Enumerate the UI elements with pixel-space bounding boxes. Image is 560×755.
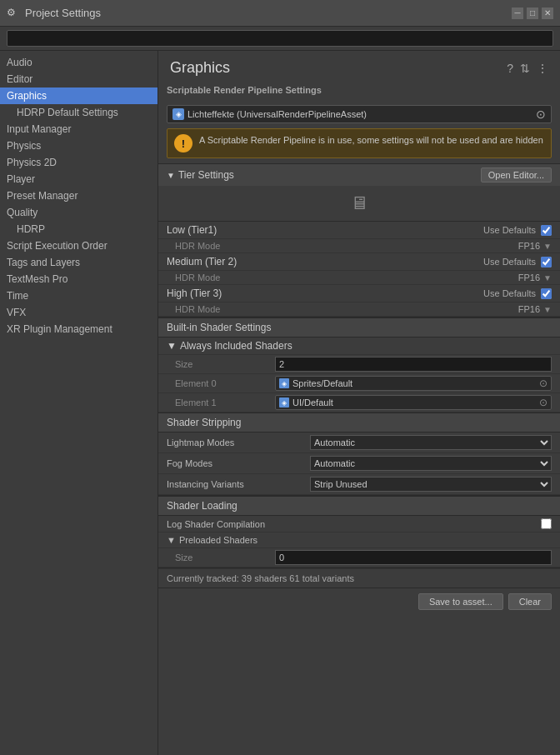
tier-hdr-dropdown-0[interactable]: ▼ [543, 242, 552, 251]
tier-settings-label-group: ▼ Tier Settings [167, 169, 234, 181]
stripping-dropdown-1[interactable]: AutomaticCustomNone [310, 456, 552, 471]
preloaded-text: Preloaded Shaders [179, 535, 258, 545]
preloaded-shaders-row[interactable]: ▼ Preloaded Shaders [158, 532, 560, 548]
tier-row-0: Low (Tier1) Use Defaults [158, 222, 560, 239]
sidebar-item-graphics[interactable]: Graphics [0, 88, 158, 104]
tier-hdr-label-1: HDR Mode [175, 272, 518, 282]
content-area: Graphics ? ⇅ ⋮ Scriptable Render Pipelin… [158, 51, 560, 755]
sidebar-item-player[interactable]: Player [0, 171, 158, 188]
save-to-asset-button[interactable]: Save to asset... [418, 593, 503, 610]
always-included-collapse-icon: ▼ [167, 340, 177, 352]
monitor-area: 🖥 [158, 186, 560, 222]
tier-collapse-icon: ▼ [167, 171, 175, 180]
sidebar-item-input-manager[interactable]: Input Manager [0, 121, 158, 138]
always-included-text: Always Included Shaders [180, 340, 292, 352]
element-row-0: Element 0 ◈ Sprites/Default ⊙ [158, 374, 560, 393]
tier-name-1: Medium (Tier 2) [167, 256, 483, 268]
elements-container: Element 0 ◈ Sprites/Default ⊙ Element 1 … [158, 374, 560, 412]
tier-sub-row-2: HDR Mode FP16 ▼ [158, 302, 560, 317]
header-icons: ? ⇅ ⋮ [507, 62, 548, 75]
close-button[interactable]: ✕ [542, 8, 553, 19]
tier-use-defaults-label-0: Use Defaults [483, 225, 536, 235]
tier-hdr-dropdown-1[interactable]: ▼ [543, 273, 552, 282]
page-title: Graphics [170, 59, 230, 77]
maximize-button[interactable]: □ [527, 8, 538, 19]
sidebar-item-time[interactable]: Time [0, 288, 158, 304]
element-text-0: Sprites/Default [292, 378, 536, 388]
title-bar: ⚙ Project Settings ─ □ ✕ [0, 0, 560, 27]
sidebar-item-hdrp-default[interactable]: HDRP Default Settings [0, 104, 158, 121]
stripping-dropdown-2[interactable]: Strip UnusedKeep AllNone [310, 477, 552, 492]
tier-defaults-2: Use Defaults [483, 288, 552, 299]
tier-name-2: High (Tier 3) [167, 288, 483, 299]
stripping-section: Lightmap ModesAutomaticCustomNoneFog Mod… [158, 432, 560, 496]
tier-hdr-label-0: HDR Mode [175, 241, 518, 251]
tier-checkbox-1[interactable] [541, 257, 552, 268]
status-text: Currently tracked: 39 shaders 61 total v… [167, 573, 354, 583]
shader-size-row: Size [158, 355, 560, 374]
settings-icon[interactable]: ⋮ [537, 62, 548, 75]
warning-box: ! A Scriptable Render Pipeline is in use… [167, 128, 552, 158]
log-compilation-checkbox[interactable] [541, 518, 552, 529]
status-bar: Currently tracked: 39 shaders 61 total v… [158, 568, 560, 588]
sidebar-item-hdrp[interactable]: HDRP [0, 221, 158, 238]
sidebar-item-audio[interactable]: Audio [0, 54, 158, 71]
shader-stripping-heading: Shader Stripping [158, 412, 560, 432]
tier-hdr-value-1: FP16 [518, 272, 540, 282]
sidebar-item-physics[interactable]: Physics [0, 138, 158, 154]
sidebar-item-tags-layers[interactable]: Tags and Layers [0, 254, 158, 271]
element-expand-btn-0[interactable]: ⊙ [539, 378, 548, 389]
element-row-1: Element 1 ◈ UI/Default ⊙ [158, 393, 560, 412]
sidebar-item-xr-plugin[interactable]: XR Plugin Management [0, 321, 158, 338]
stripping-field-2: Instancing VariantsStrip UnusedKeep AllN… [158, 474, 560, 495]
tier-use-defaults-label-1: Use Defaults [483, 257, 536, 267]
element-label-1: Element 1 [175, 398, 275, 408]
preloaded-label: ▼ Preloaded Shaders [167, 535, 552, 545]
element-text-1: UI/Default [292, 398, 536, 408]
tier-hdr-dropdown-2[interactable]: ▼ [543, 305, 552, 314]
layout-icon[interactable]: ⇅ [520, 62, 530, 75]
bottom-buttons: Save to asset... Clear [158, 588, 560, 615]
tier-row-2: High (Tier 3) Use Defaults [158, 285, 560, 302]
sidebar-item-physics-2d[interactable]: Physics 2D [0, 154, 158, 171]
preloaded-size-input[interactable] [275, 550, 552, 565]
stripping-field-0: Lightmap ModesAutomaticCustomNone [158, 432, 560, 453]
tier-checkbox-2[interactable] [541, 288, 552, 299]
title-bar-icon: ⚙ [7, 7, 20, 20]
pipeline-expand-icon[interactable]: ⊙ [536, 108, 546, 121]
sidebar-item-vfx[interactable]: VFX [0, 304, 158, 321]
content-header: Graphics ? ⇅ ⋮ [158, 51, 560, 82]
tier-list: Low (Tier1) Use Defaults HDR Mode FP16 ▼… [158, 222, 560, 318]
stripping-dropdown-0[interactable]: AutomaticCustomNone [310, 435, 552, 450]
sidebar-item-editor[interactable]: Editor [0, 71, 158, 88]
tier-settings-header[interactable]: ▼ Tier Settings Open Editor... [158, 163, 560, 186]
log-compilation-row: Log Shader Compilation [158, 516, 560, 532]
pipeline-row: ◈ Lichteffekte (UniversalRenderPipelineA… [167, 105, 552, 123]
preloaded-size-row: Size [158, 548, 560, 568]
pipeline-section-label: Scriptable Render Pipeline Settings [167, 85, 552, 95]
help-icon[interactable]: ? [507, 62, 513, 75]
element-value-0: ◈ Sprites/Default ⊙ [275, 376, 552, 391]
tier-row-1: Medium (Tier 2) Use Defaults [158, 253, 560, 271]
tier-hdr-label-2: HDR Mode [175, 304, 518, 314]
warning-text: A Scriptable Render Pipeline is in use, … [199, 134, 543, 147]
clear-button[interactable]: Clear [508, 593, 552, 610]
search-input[interactable] [7, 30, 553, 47]
main-layout: AudioEditorGraphicsHDRP Default Settings… [0, 51, 560, 755]
tier-hdr-value-0: FP16 [518, 241, 540, 251]
shader-size-input[interactable] [275, 357, 552, 372]
sidebar-item-preset-manager[interactable]: Preset Manager [0, 188, 158, 204]
element-expand-btn-1[interactable]: ⊙ [539, 397, 548, 408]
sidebar-item-textmesh-pro[interactable]: TextMesh Pro [0, 271, 158, 288]
preloaded-collapse-icon: ▼ [167, 535, 176, 545]
element-icon-1: ◈ [279, 398, 289, 408]
tier-use-defaults-label-2: Use Defaults [483, 288, 536, 298]
shader-loading-heading: Shader Loading [158, 496, 560, 516]
sidebar: AudioEditorGraphicsHDRP Default Settings… [0, 51, 158, 755]
open-editor-button[interactable]: Open Editor... [481, 168, 552, 182]
element-value-1: ◈ UI/Default ⊙ [275, 395, 552, 410]
sidebar-item-quality[interactable]: Quality [0, 204, 158, 221]
minimize-button[interactable]: ─ [512, 8, 523, 19]
sidebar-item-script-execution[interactable]: Script Execution Order [0, 238, 158, 254]
tier-checkbox-0[interactable] [541, 225, 552, 236]
